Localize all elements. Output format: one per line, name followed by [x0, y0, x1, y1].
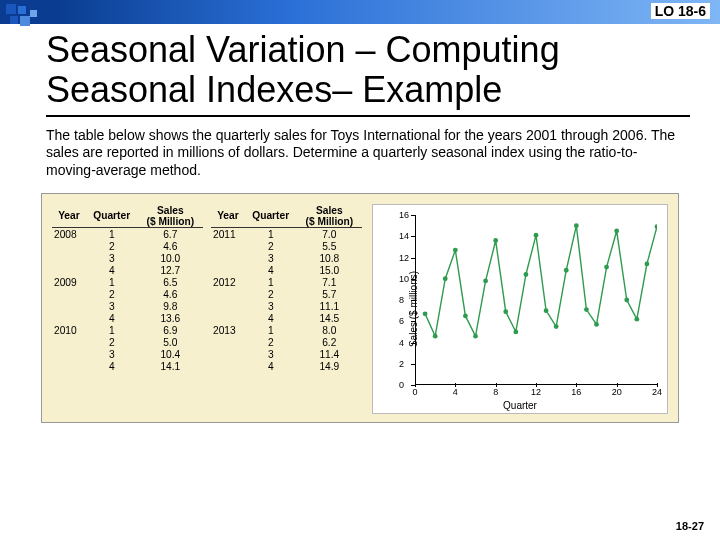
svg-point-21	[634, 317, 639, 322]
y-tick-label: 2	[399, 359, 404, 369]
y-tick-label: 8	[399, 295, 404, 305]
svg-point-1	[433, 334, 438, 339]
x-tick-label: 24	[652, 387, 662, 397]
y-tick-label: 14	[399, 231, 409, 241]
svg-point-0	[423, 312, 428, 317]
x-tick-label: 12	[531, 387, 541, 397]
svg-point-20	[624, 298, 629, 303]
x-tick-label: 4	[453, 387, 458, 397]
svg-point-15	[574, 223, 579, 228]
svg-point-17	[594, 322, 599, 327]
x-tick-label: 20	[612, 387, 622, 397]
svg-point-6	[483, 279, 488, 284]
svg-point-22	[645, 262, 650, 267]
figure-panel: YearQuarterSales($ Million)200816.724.63…	[41, 193, 679, 423]
svg-point-2	[443, 276, 448, 281]
svg-point-8	[503, 309, 508, 314]
svg-point-18	[604, 265, 609, 270]
svg-point-10	[524, 272, 529, 277]
y-tick-label: 6	[399, 316, 404, 326]
svg-point-3	[453, 248, 458, 253]
slide-number: 18-27	[676, 520, 704, 532]
svg-point-12	[544, 308, 549, 313]
header-bar: LO 18-6	[0, 0, 720, 24]
svg-point-5	[473, 334, 478, 339]
svg-point-16	[584, 307, 589, 312]
y-tick-label: 12	[399, 253, 409, 263]
y-tick-label: 0	[399, 380, 404, 390]
x-tick-label: 16	[571, 387, 581, 397]
line-chart: Sales ($ millions) Quarter 0246810121416…	[372, 204, 668, 414]
y-tick-label: 16	[399, 210, 409, 220]
slide-title: Seasonal Variation – Computing Seasonal …	[0, 24, 720, 111]
x-tick-label: 8	[493, 387, 498, 397]
learning-objective-label: LO 18-6	[651, 3, 710, 19]
slide-body-text: The table below shows the quarterly sale…	[0, 117, 720, 180]
svg-point-14	[564, 268, 569, 273]
svg-point-9	[513, 330, 518, 335]
x-tick-label: 0	[412, 387, 417, 397]
x-axis-label: Quarter	[503, 400, 537, 411]
svg-point-19	[614, 229, 619, 234]
svg-point-7	[493, 238, 498, 243]
svg-point-4	[463, 314, 468, 319]
svg-point-23	[655, 224, 657, 229]
y-tick-label: 10	[399, 274, 409, 284]
svg-point-11	[534, 233, 539, 238]
corner-decoration	[0, 0, 50, 40]
y-tick-label: 4	[399, 338, 404, 348]
data-table: YearQuarterSales($ Million)200816.724.63…	[52, 204, 362, 414]
svg-point-13	[554, 324, 559, 329]
